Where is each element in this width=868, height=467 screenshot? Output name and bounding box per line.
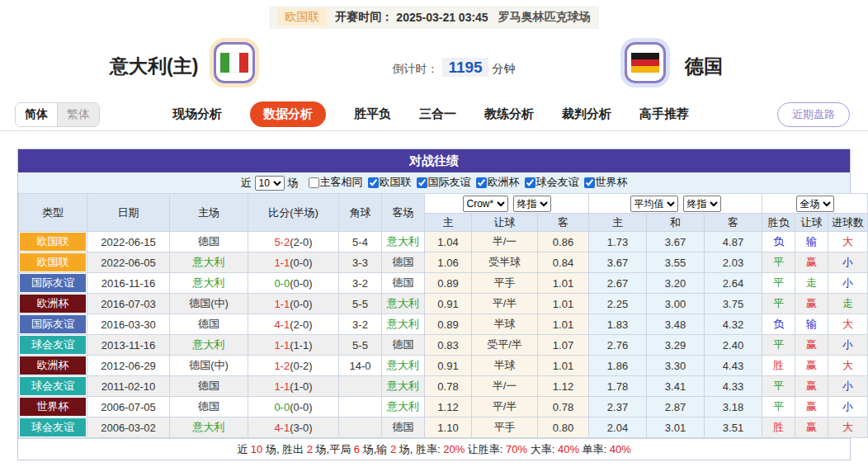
h2h-section: 对战往绩 近 10 场 主客相同欧国联国际友谊欧洲杯球会友谊世界杯 类型 日期 … bbox=[17, 149, 851, 460]
home-team-cell: 德国 bbox=[170, 314, 248, 335]
average-odds-cell: 4.43 bbox=[705, 356, 762, 376]
league-badge: 欧国联 bbox=[277, 8, 327, 26]
checkbox-input[interactable] bbox=[417, 177, 427, 188]
filter-prefix: 近 bbox=[241, 176, 252, 191]
score-cell: 1-2(0-2) bbox=[248, 356, 339, 376]
corner-cell: 5-5 bbox=[339, 335, 382, 356]
result-cell: 输 bbox=[795, 314, 828, 335]
kickoff-time: 2025-03-21 03:45 bbox=[396, 11, 488, 24]
col-header-hcp-line: 让球 bbox=[472, 214, 538, 232]
result-cell: 平 bbox=[762, 335, 795, 356]
competition-badge: 国际友谊 bbox=[20, 274, 86, 292]
corner-cell: 5-5 bbox=[339, 294, 382, 314]
checkbox-input[interactable] bbox=[584, 177, 595, 188]
score-cell: 5-2(2-0) bbox=[248, 232, 339, 252]
nav-tab-5[interactable]: 裁判分析 bbox=[562, 106, 611, 122]
checkbox-input[interactable] bbox=[309, 177, 319, 188]
handicap-odds-cell: 1.01 bbox=[538, 356, 589, 376]
type-cell: 球会友谊 bbox=[19, 417, 87, 438]
summary-segment: 6 bbox=[354, 443, 360, 455]
filter-checkbox-1[interactable]: 欧国联 bbox=[368, 175, 412, 190]
handicap-odds-cell: 1.10 bbox=[425, 417, 472, 438]
result-cell: 赢 bbox=[795, 294, 828, 314]
fulltime-score: 0-0 bbox=[274, 277, 290, 290]
date-cell: 2012-06-29 bbox=[87, 356, 170, 376]
checkbox-label: 世界杯 bbox=[596, 175, 628, 190]
fulltime-score: 5-2 bbox=[274, 236, 290, 248]
lang-traditional-button[interactable]: 繁体 bbox=[58, 103, 99, 126]
checkbox-input[interactable] bbox=[368, 177, 379, 188]
lang-simplified-button[interactable]: 简体 bbox=[16, 103, 58, 126]
bookmaker-final-select[interactable]: 终指 bbox=[513, 196, 551, 212]
result-cell: 大 bbox=[828, 232, 868, 252]
h2h-row: 欧洲杯2016-07-03德国(中)1-1(0-0)5-5意大利0.91平/半1… bbox=[19, 294, 868, 314]
handicap-odds-cell: 0.91 bbox=[425, 294, 472, 314]
handicap-odds-cell: 受半球 bbox=[472, 252, 538, 273]
average-odds-cell: 3.00 bbox=[647, 294, 705, 314]
nav-tab-0[interactable]: 现场分析 bbox=[172, 106, 222, 122]
venue: 罗马奥林匹克球场 bbox=[498, 10, 591, 25]
match-count-select[interactable]: 10 bbox=[255, 176, 285, 191]
col-header-hcp-away: 客 bbox=[538, 214, 589, 232]
score-cell: 0-0(0-0) bbox=[248, 397, 339, 417]
away-team-cell: 德国 bbox=[382, 273, 425, 294]
competition-badge: 世界杯 bbox=[20, 398, 86, 416]
col-header-goals-result: 进球数 bbox=[828, 214, 868, 232]
filter-checkbox-0[interactable]: 主客相同 bbox=[309, 175, 363, 190]
average-odds-cell: 1.73 bbox=[589, 232, 647, 252]
nav-tab-6[interactable]: 高手推荐 bbox=[639, 106, 689, 122]
halftime-score: (3-0) bbox=[290, 422, 312, 434]
handicap-odds-cell: 受平/半 bbox=[472, 335, 538, 356]
average-odds-cell: 2.37 bbox=[589, 397, 647, 417]
average-odds-cell: 2.67 bbox=[589, 273, 647, 294]
result-cell: 赢 bbox=[795, 335, 828, 356]
nav-tab-4[interactable]: 教练分析 bbox=[484, 106, 534, 122]
corner-cell: 3-2 bbox=[339, 314, 382, 335]
nav-tab-2[interactable]: 胜平负 bbox=[354, 106, 391, 122]
date-cell: 2011-02-10 bbox=[87, 376, 170, 397]
halftime-score: (1-1) bbox=[290, 339, 312, 351]
col-header-hcp-home: 主 bbox=[425, 214, 472, 232]
handicap-odds-cell: 半球 bbox=[472, 356, 538, 376]
handicap-odds-cell: 0.89 bbox=[425, 314, 472, 335]
halftime-score: (2-0) bbox=[290, 236, 312, 248]
filter-checkbox-2[interactable]: 国际友谊 bbox=[417, 175, 471, 190]
nav-tab-1[interactable]: 数据分析 bbox=[250, 101, 326, 127]
scope-select[interactable]: 全场 bbox=[796, 196, 834, 212]
result-cell: 小 bbox=[828, 397, 868, 417]
average-odds-cell: 4.87 bbox=[705, 232, 762, 252]
col-header-away: 客场 bbox=[382, 194, 425, 232]
average-final-select[interactable]: 终指 bbox=[683, 196, 721, 212]
average-odds-cell: 3.51 bbox=[705, 417, 762, 438]
filter-checkbox-5[interactable]: 世界杯 bbox=[584, 175, 628, 190]
result-cell: 胜 bbox=[762, 356, 795, 376]
home-team-cell: 德国 bbox=[170, 376, 248, 397]
handicap-odds-cell: 0.78 bbox=[538, 397, 589, 417]
fulltime-score: 1-1 bbox=[274, 339, 290, 351]
checkbox-input[interactable] bbox=[476, 177, 487, 188]
recent-odds-button[interactable]: 近期盘路 bbox=[777, 102, 850, 127]
home-team-cell: 意大利 bbox=[170, 417, 248, 438]
nav-tab-3[interactable]: 三合一 bbox=[419, 106, 456, 122]
germany-flag-icon bbox=[631, 53, 659, 73]
halftime-score: (0-0) bbox=[290, 298, 312, 310]
countdown-value: 1195 bbox=[442, 58, 488, 77]
type-cell: 欧国联 bbox=[19, 252, 87, 273]
average-odds-cell: 3.30 bbox=[647, 356, 705, 376]
summary-segment: 让胜率: bbox=[465, 442, 506, 457]
summary-segment: 70% bbox=[506, 443, 527, 455]
checkbox-input[interactable] bbox=[525, 177, 535, 188]
filter-checkbox-3[interactable]: 欧洲杯 bbox=[476, 175, 520, 190]
average-odds-cell: 3.55 bbox=[647, 252, 705, 273]
competition-badge: 欧国联 bbox=[20, 253, 86, 271]
summary-segment: 40% bbox=[558, 443, 579, 455]
result-cell: 小 bbox=[828, 252, 868, 273]
corner-cell: 5-4 bbox=[339, 232, 382, 252]
bookmaker-select[interactable]: Crow* bbox=[463, 196, 508, 212]
filter-checkbox-4[interactable]: 球会友谊 bbox=[525, 175, 579, 190]
col-header-home: 主场 bbox=[170, 194, 248, 232]
average-odds-cell: 3.29 bbox=[647, 335, 705, 356]
europe-odds-header: 平均值终指 bbox=[589, 194, 762, 214]
average-select[interactable]: 平均值 bbox=[630, 196, 678, 212]
date-cell: 2016-07-03 bbox=[87, 294, 170, 314]
